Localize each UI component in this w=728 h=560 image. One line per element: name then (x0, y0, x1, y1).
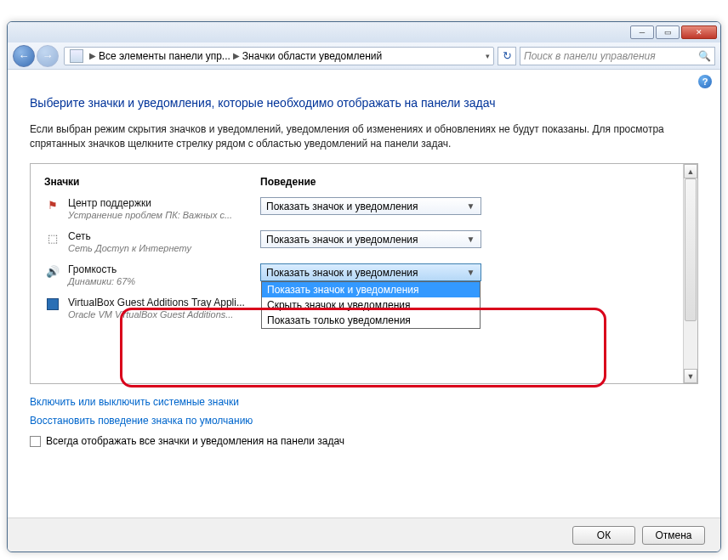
page-description: Если выбран режим скрытия значков и увед… (30, 122, 698, 152)
ok-button[interactable]: ОК (572, 526, 635, 545)
help-icon[interactable]: ? (698, 75, 712, 88)
maximize-button[interactable]: ▭ (656, 25, 680, 39)
table-row: ⚑ Центр поддержки Устранение проблем ПК:… (44, 195, 669, 228)
control-panel-icon (70, 49, 83, 63)
refresh-button[interactable]: ↻ (498, 47, 516, 65)
control-panel-window: ─ ▭ ✕ ← → ▶ Все элементы панели упр... ▶… (7, 21, 721, 552)
row-name: Сеть (68, 230, 260, 242)
breadcrumb-current[interactable]: Значки области уведомлений (242, 50, 382, 62)
dropdown-menu: Показать значок и уведомления Скрыть зна… (261, 281, 481, 329)
scrollbar[interactable]: ▲ ▼ (683, 164, 697, 383)
network-icon: ⬚ (44, 230, 61, 246)
dropdown-option[interactable]: Показать значок и уведомления (262, 282, 480, 297)
button-bar: ОК Отмена (8, 518, 720, 552)
row-name: Центр поддержки (68, 197, 260, 209)
row-sub: Устранение проблем ПК: Важных с... (68, 210, 260, 220)
restore-defaults-link[interactable]: Восстановить поведение значка по умолчан… (30, 415, 698, 427)
volume-icon: 🔊 (44, 263, 61, 279)
search-input[interactable]: Поиск в панели управления 🔍 (520, 47, 715, 65)
page-title: Выберите значки и уведомления, которые н… (30, 95, 698, 112)
behavior-select[interactable]: Показать значок и уведомления ▼ Показать… (260, 263, 481, 281)
always-show-row: Всегда отображать все значки и уведомлен… (30, 435, 698, 447)
search-placeholder: Поиск в панели управления (524, 50, 656, 62)
system-icons-link[interactable]: Включить или выключить системные значки (30, 396, 698, 408)
scroll-thumb[interactable] (685, 178, 697, 321)
chevron-down-icon: ▼ (464, 235, 477, 244)
links-section: Включить или выключить системные значки … (30, 396, 698, 427)
title-bar: ─ ▭ ✕ (8, 22, 720, 42)
back-button[interactable]: ← (13, 45, 35, 67)
icons-panel: Значки Поведение ⚑ Центр поддержки Устра… (30, 163, 698, 384)
close-button[interactable]: ✕ (681, 25, 717, 39)
behavior-select[interactable]: Показать значок и уведомления ▼ (260, 230, 481, 248)
chevron-right-icon: ▶ (89, 51, 96, 60)
breadcrumb-root[interactable]: Все элементы панели упр... (99, 50, 230, 62)
chevron-down-icon: ▼ (464, 201, 477, 211)
chevron-down-icon: ▼ (464, 268, 477, 277)
chevron-down-icon[interactable]: ▾ (486, 52, 490, 60)
cancel-button[interactable]: Отмена (642, 526, 705, 545)
minimize-button[interactable]: ─ (630, 25, 654, 39)
always-show-label: Всегда отображать все значки и уведомлен… (46, 435, 344, 447)
chevron-right-icon: ▶ (233, 51, 240, 60)
dropdown-option[interactable]: Показать только уведомления (262, 313, 480, 328)
row-sub: Oracle VM VirtualBox Guest Additions... (68, 309, 260, 320)
dropdown-option[interactable]: Скрыть значок и уведомления (262, 297, 480, 313)
row-sub: Сеть Доступ к Интернету (68, 243, 260, 253)
col-behavior: Поведение (260, 176, 316, 188)
action-center-icon: ⚑ (44, 197, 61, 212)
table-row: 🔊 Громкость Динамики: 67% Показать значо… (44, 261, 669, 294)
row-name: VirtualBox Guest Additions Tray Appli... (68, 297, 260, 308)
table-row: ⬚ Сеть Сеть Доступ к Интернету Показать … (44, 228, 669, 261)
col-icons: Значки (44, 176, 260, 188)
row-sub: Динамики: 67% (68, 276, 260, 286)
breadcrumb[interactable]: ▶ Все элементы панели упр... ▶ Значки об… (64, 47, 494, 65)
search-icon: 🔍 (698, 50, 711, 62)
virtualbox-icon (44, 297, 61, 312)
address-bar: ← → ▶ Все элементы панели упр... ▶ Значк… (8, 42, 720, 70)
forward-button[interactable]: → (37, 45, 59, 67)
content-area: ? Выберите значки и уведомления, которые… (8, 70, 720, 518)
behavior-select[interactable]: Показать значок и уведомления ▼ (260, 197, 481, 215)
row-name: Громкость (68, 263, 260, 275)
table-header: Значки Поведение (44, 173, 669, 195)
always-show-checkbox[interactable] (30, 436, 41, 447)
scroll-down-button[interactable]: ▼ (684, 369, 697, 383)
scroll-up-button[interactable]: ▲ (684, 164, 697, 178)
